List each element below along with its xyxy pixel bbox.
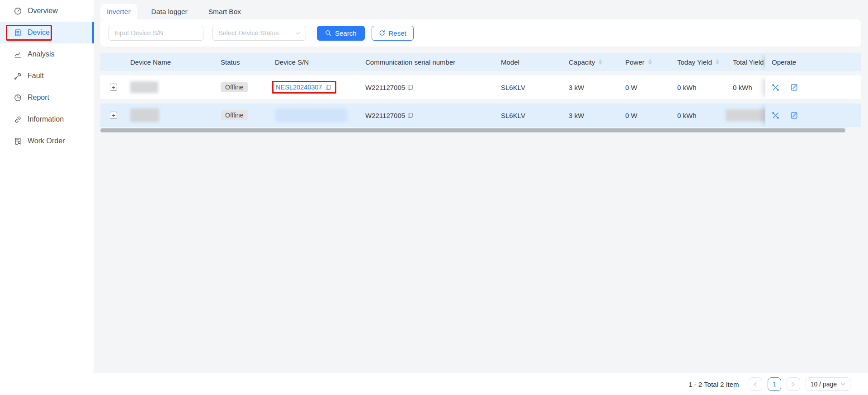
- edit-icon[interactable]: [790, 112, 798, 119]
- chevron-right-icon: [791, 382, 796, 387]
- column-header-status: Status: [217, 53, 271, 71]
- sidebar-item-label: Work Order: [28, 137, 65, 145]
- cell-device-sn: [271, 103, 362, 127]
- main-content: Inverter Data logger Smart Box Select De…: [94, 0, 868, 373]
- column-header-today-yield: Today Yield: [674, 53, 730, 71]
- device-list-icon: [14, 28, 22, 37]
- cell-operate: [765, 75, 861, 99]
- column-header-device-sn: Device S/N: [271, 53, 362, 71]
- maintenance-icon[interactable]: [772, 84, 779, 91]
- redacted-device-name: [130, 81, 158, 93]
- page-1-button[interactable]: 1: [768, 377, 781, 391]
- search-button-label: Search: [335, 29, 357, 37]
- chevron-down-icon: [295, 32, 300, 35]
- maintenance-icon[interactable]: [772, 112, 779, 119]
- cell-model: SL6KLV: [497, 103, 565, 127]
- column-header-operate: Operate: [765, 53, 861, 71]
- copy-icon[interactable]: [407, 85, 413, 90]
- reset-icon: [379, 30, 385, 36]
- sidebar-item-overview[interactable]: Overview: [0, 0, 94, 22]
- tab-data-logger[interactable]: Data logger: [145, 4, 194, 19]
- page-size-label: 10 / page: [811, 381, 837, 388]
- chevron-down-icon: [841, 383, 845, 386]
- sidebar-item-label: Report: [28, 94, 49, 102]
- horizontal-scrollbar[interactable]: [100, 128, 845, 132]
- sidebar-item-information[interactable]: Information: [0, 108, 94, 130]
- cell-total-yield: 0 kWh: [730, 75, 765, 99]
- sort-icon[interactable]: [716, 59, 719, 65]
- expand-row-button[interactable]: [110, 112, 117, 119]
- cell-operate: [765, 103, 861, 127]
- cell-total-yield: [730, 103, 765, 127]
- tab-inverter[interactable]: Inverter: [100, 4, 137, 19]
- column-header-capacity: Capacity: [565, 53, 622, 71]
- chevron-left-icon: [753, 382, 758, 387]
- search-button[interactable]: Search: [317, 26, 365, 41]
- page-size-select[interactable]: 10 / page: [806, 377, 850, 391]
- gauge-icon: [14, 7, 22, 15]
- cell-model: SL6KLV: [497, 75, 565, 99]
- sidebar-item-label: Overview: [28, 7, 58, 15]
- plus-icon: [112, 85, 116, 89]
- device-sn-link[interactable]: NESL20240307: [276, 84, 322, 91]
- sidebar-item-work-order[interactable]: Work Order: [0, 130, 94, 152]
- reset-button[interactable]: Reset: [372, 26, 414, 41]
- pie-chart-icon: [14, 94, 22, 102]
- sidebar-item-fault[interactable]: Fault: [0, 65, 94, 87]
- column-header-power: Power: [622, 53, 674, 71]
- sidebar-item-label: Information: [28, 115, 64, 123]
- column-header-total-yield: Total Yield: [730, 53, 765, 71]
- sidebar-item-label: Device: [28, 28, 50, 37]
- tab-smart-box[interactable]: Smart Box: [202, 4, 247, 19]
- annotation-box: NESL20240307: [272, 81, 336, 94]
- edit-icon[interactable]: [790, 84, 798, 91]
- column-header-model: Model: [497, 53, 565, 71]
- prev-page-button[interactable]: [749, 377, 762, 391]
- status-badge: Offline: [221, 82, 248, 92]
- search-icon: [325, 30, 331, 36]
- sidebar-item-device[interactable]: Device: [0, 22, 94, 43]
- sidebar-item-report[interactable]: Report: [0, 87, 94, 108]
- cell-status: Offline: [217, 75, 271, 99]
- document-search-icon: [14, 137, 22, 145]
- redacted-device-name: [130, 108, 159, 122]
- cell-power: 0 W: [622, 75, 674, 99]
- sidebar-item-analysis[interactable]: Analysis: [0, 43, 94, 65]
- redacted-device-sn: [275, 108, 347, 122]
- column-header-device-name: Device Name: [127, 53, 217, 71]
- column-header-communication-sn: Communication serial number: [362, 53, 497, 71]
- select-placeholder: Select Device Status: [218, 29, 279, 37]
- next-page-button[interactable]: [787, 377, 800, 391]
- wrench-icon: [14, 72, 22, 80]
- cell-today-yield: 0 kWh: [674, 103, 730, 127]
- pagination-footer: 1 - 2 Total 2 Item 1 10 / page: [0, 373, 868, 395]
- active-indicator-bar: [92, 22, 94, 43]
- tab-bar: Inverter Data logger Smart Box: [94, 0, 868, 19]
- device-table: Device Name Status Device S/N Communicat…: [100, 53, 861, 132]
- cell-today-yield: 0 kWh: [674, 75, 730, 99]
- sidebar-item-label: Fault: [28, 72, 44, 80]
- cell-communication-sn: W221127005: [362, 103, 497, 127]
- cell-power: 0 W: [622, 103, 674, 127]
- table-row: Offline W221127005 SL6KLV 3 kW 0 W 0 kWh: [100, 103, 861, 127]
- copy-icon[interactable]: [326, 85, 331, 90]
- cell-capacity: 3 kW: [565, 103, 622, 127]
- expand-row-button[interactable]: [110, 84, 117, 91]
- redacted-total-yield: [726, 109, 765, 121]
- sort-icon[interactable]: [599, 59, 602, 65]
- sidebar-item-label: Analysis: [28, 50, 55, 58]
- device-sn-input[interactable]: [108, 26, 203, 41]
- table-row: Offline NESL20240307 W221127005 SL6KLV 3…: [100, 75, 861, 99]
- plus-icon: [112, 113, 116, 118]
- reset-button-label: Reset: [389, 29, 406, 37]
- filter-card: Select Device Status Search Reset: [100, 19, 861, 47]
- copy-icon[interactable]: [407, 113, 413, 118]
- cell-status: Offline: [217, 103, 271, 127]
- status-badge: Offline: [221, 110, 248, 120]
- device-status-select[interactable]: Select Device Status: [212, 26, 306, 41]
- sort-icon[interactable]: [648, 59, 652, 65]
- cell-device-name: [127, 75, 217, 99]
- cell-capacity: 3 kW: [565, 75, 622, 99]
- link-icon: [14, 115, 22, 123]
- line-chart-icon: [14, 50, 22, 58]
